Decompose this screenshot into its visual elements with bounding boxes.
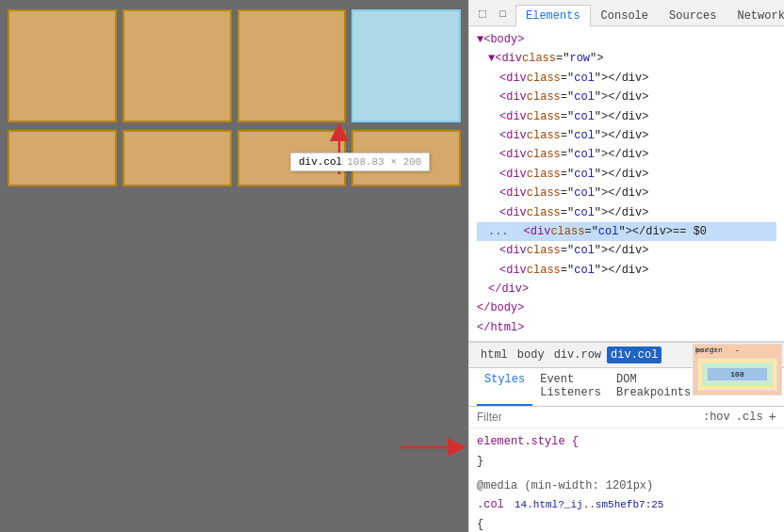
device-icon[interactable]: ☐ bbox=[495, 5, 512, 22]
box-content-value: 108 bbox=[730, 370, 743, 379]
webpage-preview: div.col108.83 × 200 bbox=[0, 0, 468, 532]
tree-line-col-10[interactable]: <div class="col"></div> bbox=[477, 241, 776, 260]
devtools-tab-bar: ⬚ ☐ Elements Console Sources Network bbox=[469, 0, 784, 26]
tab-sources[interactable]: Sources bbox=[659, 5, 727, 26]
tree-line-row[interactable]: ▼<div class="row"> bbox=[477, 49, 776, 68]
tree-line-col-1[interactable]: <div class="col"></div> bbox=[477, 69, 776, 88]
tree-line-col-4[interactable]: <div class="col"></div> bbox=[477, 126, 776, 145]
box-content: 108 bbox=[707, 367, 768, 381]
media-query-line: @media (min-width: 1201px) bbox=[477, 476, 776, 495]
breadcrumb-body[interactable]: body bbox=[514, 347, 548, 363]
tree-line-row-close[interactable]: </div> bbox=[477, 280, 776, 298]
element-style-close: } bbox=[477, 452, 776, 471]
tree-line-col-selected[interactable]: ... <div class="col"></div> == $0 bbox=[477, 222, 776, 241]
tree-line-col-2[interactable]: <div class="col"></div> bbox=[477, 88, 776, 106]
grid-col-3 bbox=[237, 9, 347, 122]
devtools-panel: ⬚ ☐ Elements Console Sources Network ▼<b… bbox=[468, 0, 784, 532]
tab-dom-breakpoints[interactable]: DOM Breakpoints bbox=[609, 368, 698, 406]
tab-elements[interactable]: Elements bbox=[515, 5, 591, 26]
tree-line-col-6[interactable]: <div class="col"></div> bbox=[477, 165, 776, 184]
inspect-icon[interactable]: ⬚ bbox=[474, 5, 491, 22]
grid-col-2 bbox=[122, 9, 232, 122]
box-border: border padd 108 bbox=[697, 358, 777, 391]
tree-line-col-7[interactable]: <div class="col"></div> bbox=[477, 184, 776, 202]
box-padding: padd 108 bbox=[702, 363, 773, 386]
element-style-rule: element.style { } bbox=[477, 432, 776, 471]
grid-row-top bbox=[0, 0, 468, 130]
filter-input[interactable] bbox=[477, 411, 697, 424]
box-model-panel: margin - border padd 108 bbox=[693, 344, 782, 438]
grid-col-b2 bbox=[122, 130, 232, 186]
tree-line-col-11[interactable]: <div class="col"></div> bbox=[477, 261, 776, 280]
tab-styles[interactable]: Styles bbox=[477, 368, 532, 406]
box-margin: margin - border padd 108 bbox=[693, 344, 782, 395]
col-open-brace: { bbox=[477, 515, 776, 532]
tab-network[interactable]: Network bbox=[727, 5, 784, 26]
grid-col-b1 bbox=[8, 130, 117, 186]
media-col-rule: @media (min-width: 1201px) .col 14.html?… bbox=[477, 476, 776, 532]
tree-line-body[interactable]: ▼<body> bbox=[477, 30, 776, 49]
arrow-right-indicator bbox=[396, 424, 471, 480]
breadcrumb-html[interactable]: html bbox=[477, 347, 512, 363]
breadcrumb-divrow[interactable]: div.row bbox=[550, 347, 605, 363]
tooltip-element: div.col bbox=[299, 156, 342, 168]
styles-content: element.style { } @media (min-width: 120… bbox=[469, 428, 784, 532]
col-selector-line: .col 14.html?_ij..sm5hefb7:25 bbox=[477, 495, 776, 514]
tab-event-listeners[interactable]: Event Listeners bbox=[532, 368, 609, 406]
tree-line-body-close[interactable]: </body> bbox=[477, 298, 776, 317]
tree-line-col-5[interactable]: <div class="col"></div> bbox=[477, 145, 776, 164]
breadcrumb-divcol[interactable]: div.col bbox=[607, 347, 662, 363]
tree-line-html-close[interactable]: </html> bbox=[477, 318, 776, 337]
tab-console[interactable]: Console bbox=[591, 5, 659, 26]
grid-col-1 bbox=[8, 9, 117, 122]
html-tree: ▼<body> ▼<div class="row"> <div class="c… bbox=[469, 26, 784, 342]
tooltip-dims: 108.83 × 200 bbox=[347, 156, 421, 168]
tree-line-col-8[interactable]: <div class="col"></div> bbox=[477, 203, 776, 222]
grid-col-highlighted bbox=[351, 9, 461, 122]
element-tooltip: div.col108.83 × 200 bbox=[290, 153, 430, 171]
tree-line-col-3[interactable]: <div class="col"></div> bbox=[477, 107, 776, 126]
